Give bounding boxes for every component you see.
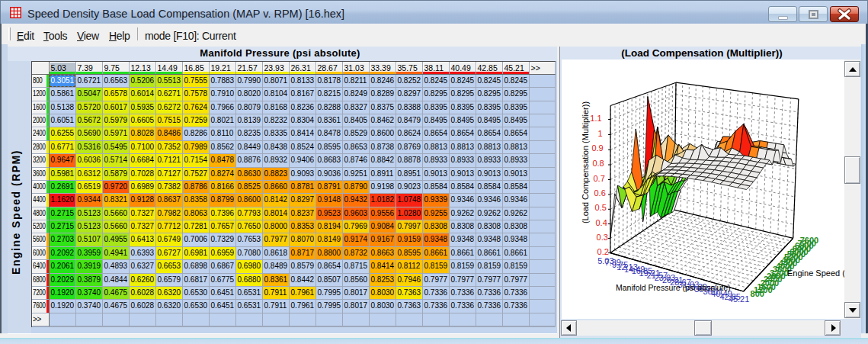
svg-text:0.2: 0.2 (597, 247, 609, 256)
svg-text:1: 1 (598, 129, 603, 138)
svg-text:45.21: 45.21 (729, 294, 750, 304)
svg-text:0.5: 0.5 (595, 203, 607, 212)
svg-text:Engine Speed (R: Engine Speed (R (787, 268, 844, 278)
svg-text:Manifold Pressure (psi absolut: Manifold Pressure (psi absolute) (616, 283, 731, 292)
svg-text:0.7: 0.7 (594, 174, 605, 183)
svg-text:0.4: 0.4 (596, 218, 607, 227)
svg-text:0.6: 0.6 (594, 188, 606, 198)
svg-text:0.9: 0.9 (591, 143, 603, 153)
svg-text:(Load Compensation (Multiplier: (Load Compensation (Multiplier)) (581, 101, 590, 223)
svg-text:0.3: 0.3 (597, 233, 608, 242)
svg-text:7600: 7600 (800, 236, 818, 245)
svg-text:0.8: 0.8 (592, 159, 604, 168)
svg-text:1.1: 1.1 (590, 114, 601, 123)
